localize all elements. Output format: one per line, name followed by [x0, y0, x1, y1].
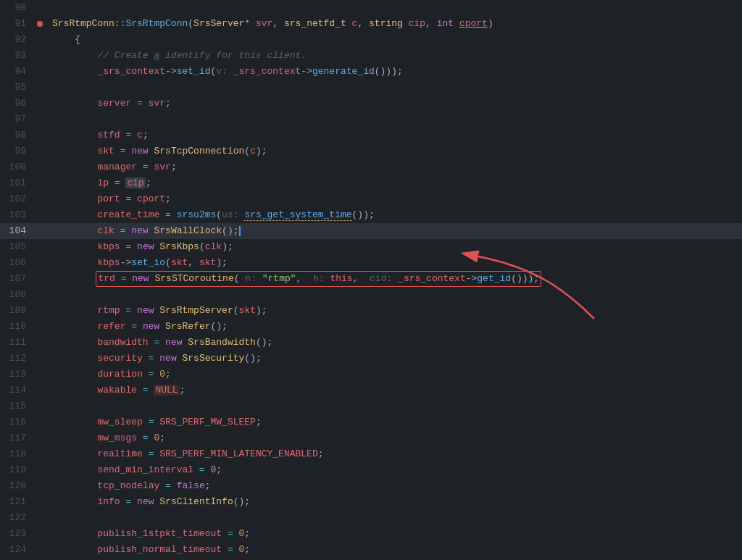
line-indicator — [35, 542, 46, 558]
code-token: = — [228, 528, 233, 539]
code-token: new — [137, 241, 154, 252]
line-indicator — [35, 0, 46, 16]
code-token: manager — [97, 162, 137, 172]
line-indicator — [35, 32, 46, 48]
code-token: h: — [313, 273, 325, 284]
line-code — [46, 398, 742, 414]
table-row: 114 wakable = NULL; — [0, 383, 742, 398]
line-number: 102 — [0, 191, 35, 207]
code-token: = — [143, 432, 149, 443]
code-token: ip — [97, 177, 109, 188]
code-token: SrsRtmpConn — [52, 18, 114, 29]
code-token: ; — [256, 417, 262, 427]
line-code — [46, 0, 742, 16]
code-token: (); — [256, 337, 272, 348]
code-token: SrsClientInfo — [159, 496, 233, 507]
code-token: = — [114, 177, 120, 188]
code-token: new — [137, 305, 154, 316]
line-code: send_min_interval = 0; — [46, 462, 742, 478]
code-token: = — [149, 448, 154, 459]
line-code: kbps->set_io(skt, skt); — [46, 255, 742, 271]
code-token: = — [121, 273, 127, 284]
line-code: rtmp = new SrsRtmpServer(skt); — [46, 303, 742, 319]
code-token: (); — [233, 496, 250, 507]
code-token: clk — [97, 225, 114, 236]
line-indicator — [35, 16, 46, 32]
line-code: ip = cip; — [46, 175, 742, 191]
line-number: 122 — [0, 510, 35, 526]
code-token: = — [125, 496, 131, 507]
code-token: skt — [199, 257, 216, 268]
code-token: new — [131, 146, 148, 156]
line-code: publish_normal_timeout = 0; — [46, 542, 742, 558]
code-token: bandwidth — [97, 337, 148, 348]
code-token: ; — [171, 162, 177, 172]
line-number: 99 — [0, 143, 35, 159]
table-row: 108 — [0, 287, 742, 303]
line-code: server = svr; — [46, 96, 742, 112]
code-token: = — [199, 464, 205, 475]
table-row: 117 mw_msgs = 0; — [0, 430, 742, 446]
line-code: // Create a identify for this client. — [46, 48, 742, 64]
code-token: ; — [165, 193, 171, 204]
code-token: srsu2ms — [177, 209, 217, 220]
line-code: wakable = NULL; — [46, 383, 742, 398]
line-indicator — [35, 430, 46, 446]
line-number: 123 — [0, 526, 35, 542]
line-number: 114 — [0, 383, 35, 398]
line-number: 105 — [0, 239, 35, 255]
code-token: SrsBandwidth — [188, 337, 256, 348]
code-token: srs_netfd_t — [284, 18, 346, 29]
line-number: 107 — [0, 271, 35, 287]
table-row: 116 mw_sleep = SRS_PERF_MW_SLEEP; — [0, 414, 742, 430]
code-token: mw_sleep — [97, 417, 142, 427]
line-number: 116 — [0, 414, 35, 430]
code-token: * — [244, 18, 250, 29]
line-code: realtime = SRS_PERF_MIN_LATENCY_ENABLED; — [46, 446, 742, 462]
line-number: 90 — [0, 0, 35, 16]
code-token: ( — [188, 18, 193, 29]
line-indicator — [35, 271, 46, 287]
table-row: 102 port = cport; — [0, 191, 742, 207]
code-token: SrsRtmpConn — [125, 18, 188, 29]
line-code: clk = new SrsWallClock(); — [46, 223, 742, 239]
code-token: -> — [466, 273, 478, 284]
table-row: 107 trd = new SrsSTCoroutine( n: "rtmp",… — [0, 271, 742, 287]
line-number: 104 — [0, 223, 35, 239]
line-indicator — [35, 64, 46, 80]
code-token: wakable — [97, 385, 137, 396]
code-token: _srs_context — [398, 273, 466, 284]
code-token: ())); — [375, 66, 403, 77]
code-token: 0 — [159, 369, 165, 380]
code-token: ; — [244, 544, 250, 555]
code-token: realtime — [97, 448, 142, 459]
line-indicator — [35, 478, 46, 494]
line-code: create_time = srsu2ms(us: srs_get_system… — [46, 207, 742, 223]
line-indicator — [35, 191, 46, 207]
table-row: 92 { — [0, 32, 742, 48]
code-token: , — [353, 273, 359, 284]
table-row: 115 — [0, 398, 742, 414]
code-token: ( — [199, 241, 205, 252]
code-token: new — [137, 496, 154, 507]
line-code — [46, 112, 742, 128]
code-token: ())); — [511, 273, 539, 284]
code-lines: 90 91 SrsRtmpConn::SrsRtmpConn(SrsServer… — [0, 0, 742, 560]
code-token: SrsTcpConnection — [154, 146, 244, 156]
line-indicator — [35, 446, 46, 462]
line-code — [46, 287, 742, 303]
line-code: security = new SrsSecurity(); — [46, 351, 742, 367]
table-row: 94 _srs_context->set_id(v: _srs_context-… — [0, 64, 742, 80]
line-indicator — [35, 207, 46, 223]
code-token: SrsSTCoroutine — [154, 273, 233, 284]
line-number: 108 — [0, 287, 35, 303]
line-indicator — [35, 48, 46, 64]
table-row: 96 server = svr; — [0, 96, 742, 112]
cursor — [239, 225, 241, 236]
line-code — [46, 80, 742, 96]
line-code: info = new SrsClientInfo(); — [46, 494, 742, 510]
line-indicator — [35, 398, 46, 414]
code-token: cip — [125, 177, 145, 188]
line-number: 94 — [0, 64, 35, 80]
code-token: = — [143, 385, 149, 396]
